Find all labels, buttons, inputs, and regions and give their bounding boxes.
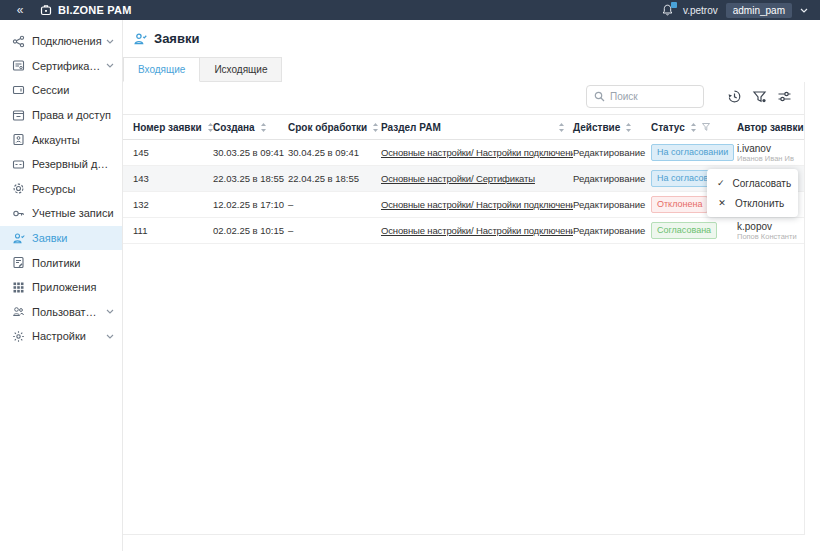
requests-page-icon	[133, 32, 147, 46]
sidebar-item-label: Учетные записи	[32, 207, 114, 219]
sidebar-item-sessions[interactable]: Сессии	[0, 78, 122, 103]
table-header-row: Номер заявки Создана Срок обработки Разд…	[123, 114, 805, 140]
sidebar-item-connections[interactable]: Подключения	[0, 29, 122, 54]
author-full-name: Иванов Иван Ив	[737, 154, 797, 163]
sidebar-item-applications[interactable]: Приложения	[0, 275, 122, 300]
created-date: 22.03.25 в 18:55	[213, 173, 288, 184]
sort-icon[interactable]	[260, 123, 267, 132]
chevron-down-icon[interactable]	[106, 334, 114, 339]
sidebar-item-requests[interactable]: Заявки	[0, 226, 122, 251]
pam-section-link[interactable]: Основные настройки/ Настройки подключени…	[381, 147, 573, 158]
search-input[interactable]	[610, 91, 690, 102]
settings-icon	[12, 329, 26, 343]
sidebar-item-accounts[interactable]: Аккаунты	[0, 127, 122, 152]
sort-icon[interactable]	[558, 123, 565, 132]
resources-icon	[12, 182, 26, 196]
col-header-term[interactable]: Срок обработки	[288, 122, 381, 133]
history-icon[interactable]	[725, 87, 743, 105]
menu-item-approve[interactable]: ✓ Согласовать	[707, 173, 798, 193]
created-date: 30.03.25 в 09:41	[213, 147, 288, 158]
processing-term: 22.04.25 в 18:55	[288, 173, 381, 184]
sidebar-item-label: Сессии	[32, 84, 114, 96]
column-settings-icon[interactable]	[775, 87, 793, 105]
sidebar-nav: Подключения Сертификаты Сессии Права и д…	[0, 20, 123, 551]
table-row[interactable]: 143 22.03.25 в 18:55 22.04.25 в 18:55 Ос…	[123, 166, 805, 192]
sidebar-item-label: Приложения	[32, 281, 114, 293]
main-content: Заявки Входящие Исходящие Номер зая	[123, 20, 820, 551]
author-login: k.popov	[737, 221, 805, 232]
search-icon	[594, 91, 605, 102]
author-login: i.ivanov	[737, 143, 805, 154]
sidebar-item-resources[interactable]: Ресурсы	[0, 177, 122, 202]
sidebar-item-rights-access[interactable]: Права и доступ	[0, 103, 122, 128]
col-header-action[interactable]: Действие	[573, 122, 651, 133]
sidebar-item-label: Сертификаты	[32, 60, 102, 72]
table-row[interactable]: 145 30.03.25 в 09:41 30.04.25 в 09:41 Ос…	[123, 140, 805, 166]
table-toolbar	[123, 84, 805, 108]
table-row[interactable]: 111 02.02.25 в 10:15 – Основные настройк…	[123, 218, 805, 244]
col-header-status[interactable]: Статус	[651, 122, 737, 133]
author-cell: k.popov Попов Константи	[737, 221, 805, 241]
action-label: Редактирование	[573, 147, 651, 158]
requests-icon	[12, 231, 26, 245]
request-number: 143	[133, 173, 213, 184]
notifications-bell-icon[interactable]	[661, 3, 675, 17]
column-filter-icon[interactable]	[702, 123, 710, 131]
processing-term: –	[288, 199, 381, 210]
action-label: Редактирование	[573, 199, 651, 210]
sidebar-item-certificates[interactable]: Сертификаты	[0, 54, 122, 79]
col-header-section[interactable]: Раздел PAM	[381, 122, 573, 133]
chevron-down-icon[interactable]	[106, 39, 114, 44]
tab-outgoing[interactable]: Исходящие	[200, 57, 282, 82]
requests-table: Номер заявки Создана Срок обработки Разд…	[123, 114, 805, 244]
sidebar-item-policies[interactable]: Политики	[0, 250, 122, 275]
page-title: Заявки	[154, 31, 199, 46]
user-menu-chevron-down-icon[interactable]	[800, 8, 808, 13]
request-number: 145	[133, 147, 213, 158]
rights-access-icon	[12, 108, 26, 122]
chevron-down-icon[interactable]	[106, 63, 114, 68]
col-header-created[interactable]: Создана	[213, 122, 288, 133]
menu-item-reject[interactable]: ✕ Отклонить	[707, 193, 798, 213]
sidebar-item-label: Политики	[32, 257, 114, 269]
sidebar-item-users-groups[interactable]: Пользователи и группы	[0, 300, 122, 325]
tab-bar: Входящие Исходящие	[123, 57, 282, 82]
status-badge: Согласована	[651, 222, 717, 239]
action-label: Редактирование	[573, 225, 651, 236]
policies-icon	[12, 256, 26, 270]
author-full-name: Попов Константи	[737, 232, 797, 241]
connections-icon	[12, 34, 26, 48]
sidebar-collapse-icon[interactable]: «	[0, 3, 40, 17]
sort-icon[interactable]	[625, 123, 632, 132]
search-box[interactable]	[586, 85, 704, 108]
top-bar: « BI.ZONE PAM v.petrov admin_pam	[0, 0, 820, 20]
action-label: Редактирование	[573, 173, 651, 184]
processing-term: 30.04.25 в 09:41	[288, 147, 381, 158]
applications-icon	[12, 280, 26, 294]
sidebar-item-label: Права и доступ	[32, 109, 114, 121]
filter-icon[interactable]	[750, 87, 768, 105]
row-context-menu: ✓ Согласовать ✕ Отклонить	[707, 169, 798, 217]
x-icon: ✕	[717, 198, 727, 208]
status-badge: Отклонена	[651, 196, 708, 213]
table-row[interactable]: 132 12.02.25 в 17:10 – Основные настройк…	[123, 192, 805, 218]
chevron-down-icon[interactable]	[106, 309, 114, 314]
col-header-number[interactable]: Номер заявки	[133, 122, 213, 133]
sort-icon[interactable]	[372, 123, 379, 132]
sidebar-item-credentials[interactable]: Учетные записи	[0, 201, 122, 226]
pam-section-link[interactable]: Основные настройки/ Настройки подключени…	[381, 225, 573, 236]
tab-incoming[interactable]: Входящие	[123, 57, 200, 82]
users-groups-icon	[12, 305, 26, 319]
sidebar-item-settings[interactable]: Настройки	[0, 324, 122, 349]
role-chip: admin_pam	[726, 3, 792, 18]
sidebar-item-label: Заявки	[32, 232, 114, 244]
sort-icon[interactable]	[690, 123, 697, 132]
pam-section-link[interactable]: Основные настройки/ Настройки подключени…	[381, 199, 573, 210]
pam-section-link[interactable]: Основные настройки/ Сертификаты	[381, 173, 535, 184]
accounts-icon	[12, 133, 26, 147]
sidebar-item-label: Подключения	[32, 35, 102, 47]
sessions-icon	[12, 83, 26, 97]
col-header-author[interactable]: Автор заявки	[737, 122, 805, 133]
sidebar-item-label: Ресурсы	[32, 183, 114, 195]
sidebar-item-backup-access[interactable]: Резервный доступ	[0, 152, 122, 177]
